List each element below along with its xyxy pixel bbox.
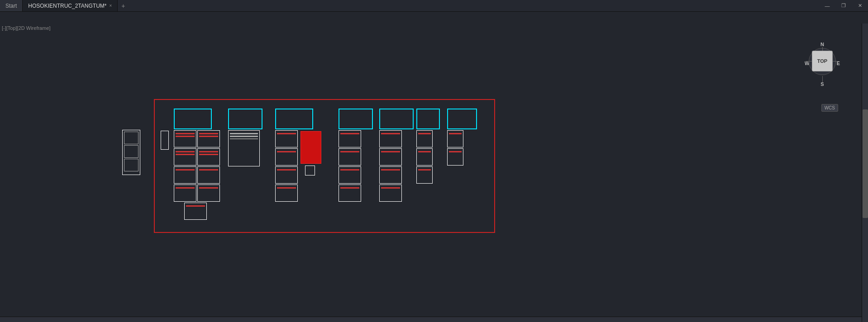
- compass-arrow-s: [822, 76, 823, 82]
- cyan-rect-5: [379, 109, 414, 129]
- cyan-rect-1: [174, 109, 212, 129]
- left-strip-sub1: [124, 132, 138, 144]
- tab-add-button[interactable]: +: [118, 0, 129, 11]
- canvas-area[interactable]: [0, 12, 868, 322]
- cyan-rect-7: [447, 109, 477, 129]
- cyan-rect-4: [339, 109, 373, 129]
- cyan-rect-6: [416, 109, 440, 129]
- compass-top-button[interactable]: TOP: [812, 51, 833, 71]
- compass-arrow-e: [833, 61, 839, 62]
- left-strip-sub2: [124, 145, 138, 158]
- horizontal-scrollbar[interactable]: [0, 317, 862, 322]
- tab-close-icon[interactable]: ×: [109, 3, 112, 8]
- compass-rose: N S E W TOP: [804, 35, 841, 99]
- close-button[interactable]: ✕: [852, 0, 868, 11]
- red-sheet-highlight: [300, 131, 321, 164]
- tab-start-label: Start: [5, 3, 17, 9]
- compass-arrow-w: [806, 61, 812, 62]
- small-below-red: [305, 166, 315, 175]
- vertical-scrollbar[interactable]: [862, 24, 868, 322]
- left-strip-sub3: [124, 159, 138, 171]
- cyan-rect-2: [228, 109, 262, 129]
- small-rect-left: [161, 131, 169, 150]
- compass-north: N: [820, 42, 824, 47]
- window-controls: — ❐ ✕: [819, 0, 868, 11]
- restore-button[interactable]: ❐: [835, 0, 852, 11]
- title-bar: Start HOSOKIENTRUC_2TANGTUM* × + — ❐ ✕: [0, 0, 868, 12]
- tab-active-label: HOSOKIENTRUC_2TANGTUM*: [28, 3, 106, 9]
- minimize-button[interactable]: —: [819, 0, 835, 11]
- tab-active[interactable]: HOSOKIENTRUC_2TANGTUM* ×: [22, 0, 118, 11]
- viewport[interactable]: [-][Top][2D Wireframe]: [0, 12, 868, 322]
- wcs-button[interactable]: WCS: [821, 104, 838, 112]
- tab-start[interactable]: Start: [0, 0, 22, 11]
- vertical-scrollbar-thumb[interactable]: [863, 109, 868, 218]
- cyan-rect-3: [275, 109, 313, 129]
